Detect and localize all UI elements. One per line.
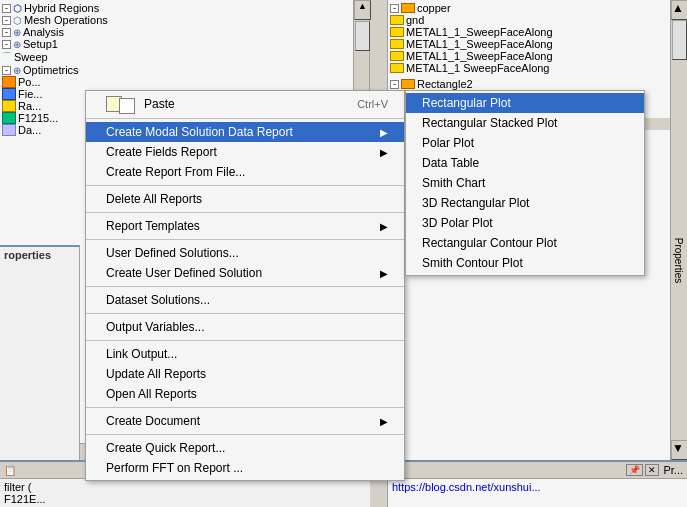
- separator-1: [86, 118, 404, 119]
- separator-8: [86, 407, 404, 408]
- right-tree-item-gnd[interactable]: gnd: [388, 14, 687, 26]
- menu-item-update-reports[interactable]: Update All Reports: [86, 364, 404, 384]
- expand-icon-copper[interactable]: -: [390, 4, 399, 13]
- tree-label-da: Da...: [18, 124, 41, 136]
- menu-item-delete-reports[interactable]: Delete All Reports: [86, 189, 404, 209]
- left-scroll-up[interactable]: ▲: [354, 0, 371, 20]
- submenu-item-3d-polar[interactable]: 3D Polar Plot: [406, 213, 644, 233]
- analysis-icon: ⊕: [13, 27, 21, 38]
- scroll-thumb[interactable]: [672, 20, 687, 60]
- submenu-item-smith-chart[interactable]: Smith Chart: [406, 173, 644, 193]
- right-tree-label-metal3: METAL1_1_SweepFaceAlong: [406, 50, 553, 62]
- tree-label-analysis: Analysis: [23, 26, 64, 38]
- tree-item-mesh[interactable]: - ⬡ Mesh Operations: [0, 14, 369, 26]
- mesh-icon: ⬡: [13, 15, 22, 26]
- f1215-icon: [2, 112, 16, 124]
- copper-folder-icon: [401, 3, 415, 13]
- create-uds-arrow: ▶: [380, 268, 388, 279]
- gnd-icon: [390, 15, 404, 25]
- url-panel: 📌 ✕ Pr... https://blog.csdn.net/xunshui.…: [387, 460, 687, 507]
- menu-item-link-output[interactable]: Link Output...: [86, 344, 404, 364]
- properties-title: roperties: [0, 247, 79, 263]
- expand-icon-analysis[interactable]: -: [2, 28, 11, 37]
- create-fields-label: Create Fields Report: [106, 145, 217, 159]
- submenu-item-rectangular[interactable]: Rectangular Plot: [406, 93, 644, 113]
- url-text: https://blog.csdn.net/xunshui...: [392, 481, 541, 493]
- right-tree-item-metal2[interactable]: METAL1_1_SweepFaceAlong: [388, 38, 687, 50]
- right-tree-label-rect2: Rectangle2: [417, 78, 473, 90]
- sweep-icon: ⌒: [2, 50, 12, 64]
- separator-7: [86, 340, 404, 341]
- data-table-label: Data Table: [422, 156, 479, 170]
- separator-3: [86, 212, 404, 213]
- tree-item-setup1[interactable]: - ⊕ Setup1: [0, 38, 369, 50]
- left-scroll-thumb[interactable]: [355, 21, 370, 51]
- tree-label-optimetrics: Optimetrics: [23, 64, 79, 76]
- paste-label: Paste: [144, 97, 175, 111]
- menu-item-report-templates[interactable]: Report Templates ▶: [86, 216, 404, 236]
- expand-icon-opt[interactable]: -: [2, 66, 11, 75]
- url-pin-icon[interactable]: 📌: [626, 464, 643, 476]
- right-tree-item-metal3[interactable]: METAL1_1_SweepFaceAlong: [388, 50, 687, 62]
- menu-item-paste[interactable]: Paste Ctrl+V: [86, 93, 404, 115]
- paste-icons: [106, 96, 140, 112]
- tree-label-po: Po...: [18, 76, 41, 88]
- right-tree-item-copper[interactable]: - copper: [388, 0, 687, 14]
- tree-label-f1215: F1215...: [18, 112, 58, 124]
- 3d-rect-label: 3D Rectangular Plot: [422, 196, 529, 210]
- menu-item-dataset[interactable]: Dataset Solutions...: [86, 290, 404, 310]
- url-panel-controls[interactable]: 📌 ✕: [626, 464, 659, 476]
- menu-item-create-uds[interactable]: Create User Defined Solution ▶: [86, 263, 404, 283]
- update-reports-label: Update All Reports: [106, 367, 206, 381]
- scroll-down-btn[interactable]: ▼: [671, 440, 687, 460]
- paste-icon-2: [119, 98, 135, 114]
- submenu-item-rect-stacked[interactable]: Rectangular Stacked Plot: [406, 113, 644, 133]
- rect2-folder-icon: [401, 79, 415, 89]
- scroll-up-btn[interactable]: ▲: [671, 0, 687, 20]
- tree-item-analysis[interactable]: - ⊕ Analysis: [0, 26, 369, 38]
- da-icon: [2, 124, 16, 136]
- properties-right-tab[interactable]: Properties: [670, 200, 687, 320]
- tree-item-sweep[interactable]: ⌒ Sweep: [0, 50, 369, 64]
- menu-item-output-vars[interactable]: Output Variables...: [86, 317, 404, 337]
- separator-4: [86, 239, 404, 240]
- dataset-label: Dataset Solutions...: [106, 293, 210, 307]
- menu-item-create-from-file[interactable]: Create Report From File...: [86, 162, 404, 182]
- menu-item-user-defined[interactable]: User Defined Solutions...: [86, 243, 404, 263]
- metal3-icon: [390, 51, 404, 61]
- polar-label: Polar Plot: [422, 136, 474, 150]
- separator-9: [86, 434, 404, 435]
- create-fields-arrow: ▶: [380, 147, 388, 158]
- submenu-item-smith-contour[interactable]: Smith Contour Plot: [406, 253, 644, 273]
- expand-icon[interactable]: -: [2, 4, 11, 13]
- menu-item-quick-report[interactable]: Create Quick Report...: [86, 438, 404, 458]
- url-close-icon[interactable]: ✕: [645, 464, 659, 476]
- user-defined-label: User Defined Solutions...: [106, 246, 239, 260]
- submenu-report: Rectangular Plot Rectangular Stacked Plo…: [405, 90, 645, 276]
- menu-item-create-fields[interactable]: Create Fields Report ▶: [86, 142, 404, 162]
- menu-item-open-reports[interactable]: Open All Reports: [86, 384, 404, 404]
- create-modal-label: Create Modal Solution Data Report: [106, 125, 293, 139]
- submenu-item-3d-rect[interactable]: 3D Rectangular Plot: [406, 193, 644, 213]
- right-tree-item-metal4[interactable]: METAL1_1 SweepFaceAlong: [388, 62, 687, 74]
- right-tree-item-metal1[interactable]: METAL1_1_SweepFaceAlong: [388, 26, 687, 38]
- open-reports-label: Open All Reports: [106, 387, 197, 401]
- submenu-item-rect-contour[interactable]: Rectangular Contour Plot: [406, 233, 644, 253]
- right-tree-label-gnd: gnd: [406, 14, 424, 26]
- right-tree-item-rect2[interactable]: - Rectangle2: [388, 78, 687, 90]
- submenu-item-polar[interactable]: Polar Plot: [406, 133, 644, 153]
- tree-item-optimetrics[interactable]: - ⊕ Optimetrics: [0, 64, 369, 76]
- menu-item-create-modal[interactable]: Create Modal Solution Data Report ▶: [86, 122, 404, 142]
- menu-item-create-doc[interactable]: Create Document ▶: [86, 411, 404, 431]
- expand-icon-mesh[interactable]: -: [2, 16, 11, 25]
- submenu-item-data-table[interactable]: Data Table: [406, 153, 644, 173]
- menu-item-fft[interactable]: Perform FFT on Report ...: [86, 458, 404, 478]
- expand-icon-setup[interactable]: -: [2, 40, 11, 49]
- create-doc-label: Create Document: [106, 414, 200, 428]
- fie-icon: [2, 88, 16, 100]
- tree-item-po[interactable]: Po...: [0, 76, 369, 88]
- properties-right-label: Properties: [674, 237, 685, 283]
- expand-icon-rect2[interactable]: -: [390, 80, 399, 89]
- tree-item-hybrid[interactable]: - ⬡ Hybrid Regions: [0, 0, 369, 14]
- smith-contour-label: Smith Contour Plot: [422, 256, 523, 270]
